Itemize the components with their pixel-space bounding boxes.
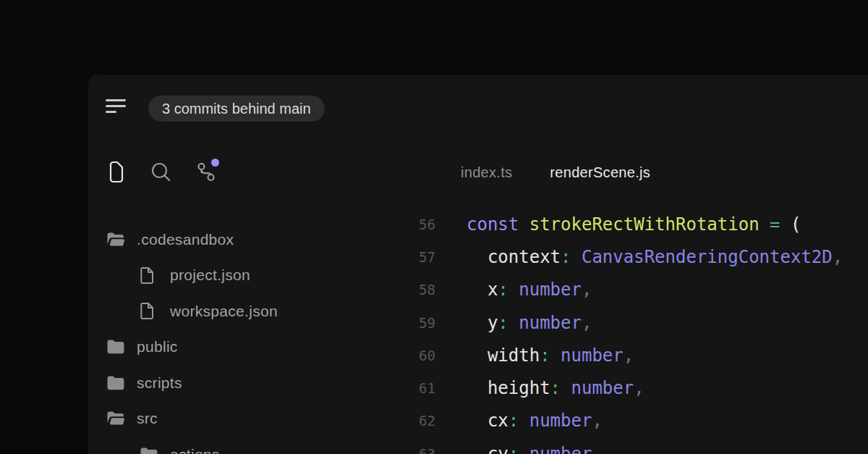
tree-item-actions[interactable]: actions (106, 437, 396, 454)
line-number: 62 (405, 413, 435, 429)
code-editor[interactable]: 56const strokeRectWithRotation = (57 con… (405, 208, 868, 454)
code-text: height: number, (467, 378, 644, 398)
git-branch-icon[interactable] (197, 161, 216, 183)
tab-renderScene.js[interactable]: renderScene.js (550, 164, 650, 181)
code-line-59[interactable]: 59 y: number, (405, 306, 868, 339)
activity-bar (108, 161, 216, 183)
tree-item-label: public (137, 338, 178, 356)
code-line-61[interactable]: 61 height: number, (405, 371, 868, 404)
code-text: y: number, (467, 313, 592, 333)
file-icon (140, 266, 159, 285)
file-tree: .codesandboxproject.jsonworkspace.jsonpu… (106, 222, 396, 454)
line-number: 59 (405, 315, 435, 331)
tree-item-src[interactable]: src (106, 401, 396, 437)
code-line-56[interactable]: 56const strokeRectWithRotation = ( (405, 208, 868, 240)
branch-status-badge[interactable]: 3 commits behind main (148, 96, 325, 122)
tab-index.ts[interactable]: index.ts (461, 164, 512, 181)
line-number: 58 (405, 282, 435, 298)
line-number: 63 (405, 446, 435, 454)
tree-item-public[interactable]: public (106, 329, 396, 366)
code-text: x: number, (467, 279, 592, 300)
app-panel: 3 commits behind main index.tsrenderScen… (88, 75, 868, 454)
tree-item-label: project.json (170, 266, 250, 284)
line-number: 57 (405, 249, 435, 265)
file-explorer-icon[interactable] (108, 161, 125, 183)
folder-icon (140, 447, 159, 454)
folder-icon (106, 375, 126, 391)
code-text: context: CanvasRenderingContext2D, (467, 247, 843, 267)
code-line-57[interactable]: 57 context: CanvasRenderingContext2D, (405, 240, 868, 273)
code-line-60[interactable]: 60 width: number, (405, 339, 868, 371)
code-text: const strokeRectWithRotation = ( (467, 214, 801, 235)
tree-item-label: scripts (137, 374, 182, 392)
notification-dot (211, 159, 219, 167)
code-text: cx: number, (467, 411, 603, 431)
tree-item-.codesandbox[interactable]: .codesandbox (106, 222, 396, 258)
hamburger-menu-icon[interactable] (106, 99, 126, 114)
folder-open-icon (106, 411, 126, 426)
tree-item-scripts[interactable]: scripts (106, 365, 396, 401)
tree-item-label: workspace.json (170, 303, 278, 320)
folder-open-icon (106, 232, 126, 248)
code-text: width: number, (467, 345, 634, 366)
code-line-62[interactable]: 62 cx: number, (405, 405, 868, 437)
code-line-58[interactable]: 58 x: number, (405, 274, 868, 306)
tree-item-label: .codesandbox (137, 231, 234, 248)
folder-icon (106, 339, 126, 355)
editor-tabs: index.tsrenderScene.js (461, 164, 650, 181)
code-line-63[interactable]: 63 cy: number, (405, 437, 868, 454)
file-icon (140, 302, 159, 320)
tree-item-label: src (137, 410, 158, 427)
line-number: 56 (405, 217, 435, 232)
line-number: 61 (405, 380, 435, 396)
code-text: cy: number, (467, 444, 603, 454)
search-icon[interactable] (150, 161, 172, 183)
tree-item-label: actions (170, 446, 220, 454)
tree-item-project.json[interactable]: project.json (106, 258, 396, 294)
tree-item-workspace.json[interactable]: workspace.json (106, 293, 396, 329)
line-number: 60 (405, 348, 435, 363)
